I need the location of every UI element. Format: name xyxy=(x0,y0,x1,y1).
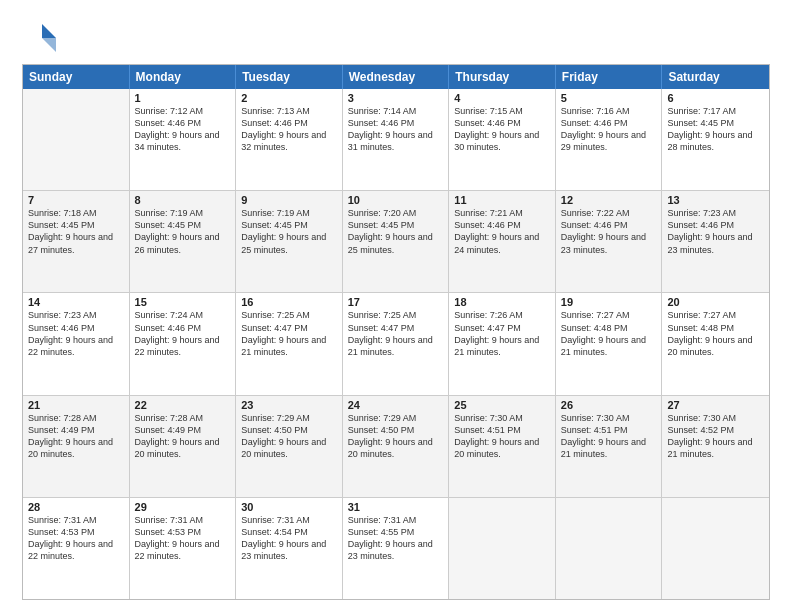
calendar-cell: 16Sunrise: 7:25 AM Sunset: 4:47 PM Dayli… xyxy=(236,293,343,394)
day-number: 25 xyxy=(454,399,550,411)
header-day-sunday: Sunday xyxy=(23,65,130,89)
day-number: 16 xyxy=(241,296,337,308)
header-day-monday: Monday xyxy=(130,65,237,89)
day-info: Sunrise: 7:28 AM Sunset: 4:49 PM Dayligh… xyxy=(28,412,124,461)
calendar-cell: 9Sunrise: 7:19 AM Sunset: 4:45 PM Daylig… xyxy=(236,191,343,292)
day-number: 3 xyxy=(348,92,444,104)
day-number: 28 xyxy=(28,501,124,513)
calendar-cell: 17Sunrise: 7:25 AM Sunset: 4:47 PM Dayli… xyxy=(343,293,450,394)
day-number: 23 xyxy=(241,399,337,411)
calendar-cell xyxy=(662,498,769,599)
day-number: 11 xyxy=(454,194,550,206)
calendar-cell: 11Sunrise: 7:21 AM Sunset: 4:46 PM Dayli… xyxy=(449,191,556,292)
calendar-cell: 19Sunrise: 7:27 AM Sunset: 4:48 PM Dayli… xyxy=(556,293,663,394)
calendar-cell: 27Sunrise: 7:30 AM Sunset: 4:52 PM Dayli… xyxy=(662,396,769,497)
calendar-cell: 3Sunrise: 7:14 AM Sunset: 4:46 PM Daylig… xyxy=(343,89,450,190)
calendar-cell: 29Sunrise: 7:31 AM Sunset: 4:53 PM Dayli… xyxy=(130,498,237,599)
day-info: Sunrise: 7:29 AM Sunset: 4:50 PM Dayligh… xyxy=(241,412,337,461)
calendar-cell: 21Sunrise: 7:28 AM Sunset: 4:49 PM Dayli… xyxy=(23,396,130,497)
day-number: 8 xyxy=(135,194,231,206)
day-number: 10 xyxy=(348,194,444,206)
day-info: Sunrise: 7:19 AM Sunset: 4:45 PM Dayligh… xyxy=(135,207,231,256)
calendar-cell: 2Sunrise: 7:13 AM Sunset: 4:46 PM Daylig… xyxy=(236,89,343,190)
calendar-cell: 10Sunrise: 7:20 AM Sunset: 4:45 PM Dayli… xyxy=(343,191,450,292)
header-day-saturday: Saturday xyxy=(662,65,769,89)
day-number: 4 xyxy=(454,92,550,104)
calendar-cell: 30Sunrise: 7:31 AM Sunset: 4:54 PM Dayli… xyxy=(236,498,343,599)
calendar-cell xyxy=(556,498,663,599)
day-info: Sunrise: 7:13 AM Sunset: 4:46 PM Dayligh… xyxy=(241,105,337,154)
calendar-cell: 12Sunrise: 7:22 AM Sunset: 4:46 PM Dayli… xyxy=(556,191,663,292)
day-number: 30 xyxy=(241,501,337,513)
day-info: Sunrise: 7:25 AM Sunset: 4:47 PM Dayligh… xyxy=(241,309,337,358)
day-number: 13 xyxy=(667,194,764,206)
day-number: 9 xyxy=(241,194,337,206)
day-info: Sunrise: 7:19 AM Sunset: 4:45 PM Dayligh… xyxy=(241,207,337,256)
day-info: Sunrise: 7:24 AM Sunset: 4:46 PM Dayligh… xyxy=(135,309,231,358)
day-number: 22 xyxy=(135,399,231,411)
calendar-cell: 24Sunrise: 7:29 AM Sunset: 4:50 PM Dayli… xyxy=(343,396,450,497)
calendar-row-3: 14Sunrise: 7:23 AM Sunset: 4:46 PM Dayli… xyxy=(23,292,769,394)
calendar-cell: 1Sunrise: 7:12 AM Sunset: 4:46 PM Daylig… xyxy=(130,89,237,190)
header-day-thursday: Thursday xyxy=(449,65,556,89)
day-info: Sunrise: 7:23 AM Sunset: 4:46 PM Dayligh… xyxy=(667,207,764,256)
calendar-row-5: 28Sunrise: 7:31 AM Sunset: 4:53 PM Dayli… xyxy=(23,497,769,599)
day-number: 27 xyxy=(667,399,764,411)
day-info: Sunrise: 7:30 AM Sunset: 4:52 PM Dayligh… xyxy=(667,412,764,461)
day-info: Sunrise: 7:20 AM Sunset: 4:45 PM Dayligh… xyxy=(348,207,444,256)
day-number: 21 xyxy=(28,399,124,411)
day-number: 17 xyxy=(348,296,444,308)
day-number: 15 xyxy=(135,296,231,308)
svg-marker-1 xyxy=(42,38,56,52)
day-info: Sunrise: 7:18 AM Sunset: 4:45 PM Dayligh… xyxy=(28,207,124,256)
day-number: 26 xyxy=(561,399,657,411)
day-number: 18 xyxy=(454,296,550,308)
calendar-cell: 18Sunrise: 7:26 AM Sunset: 4:47 PM Dayli… xyxy=(449,293,556,394)
day-info: Sunrise: 7:31 AM Sunset: 4:53 PM Dayligh… xyxy=(135,514,231,563)
day-number: 20 xyxy=(667,296,764,308)
calendar-row-2: 7Sunrise: 7:18 AM Sunset: 4:45 PM Daylig… xyxy=(23,190,769,292)
calendar: SundayMondayTuesdayWednesdayThursdayFrid… xyxy=(22,64,770,600)
calendar-cell: 5Sunrise: 7:16 AM Sunset: 4:46 PM Daylig… xyxy=(556,89,663,190)
day-info: Sunrise: 7:30 AM Sunset: 4:51 PM Dayligh… xyxy=(454,412,550,461)
day-number: 6 xyxy=(667,92,764,104)
day-info: Sunrise: 7:29 AM Sunset: 4:50 PM Dayligh… xyxy=(348,412,444,461)
day-info: Sunrise: 7:17 AM Sunset: 4:45 PM Dayligh… xyxy=(667,105,764,154)
header-day-friday: Friday xyxy=(556,65,663,89)
logo xyxy=(22,18,62,54)
header-day-wednesday: Wednesday xyxy=(343,65,450,89)
day-number: 31 xyxy=(348,501,444,513)
day-number: 12 xyxy=(561,194,657,206)
header-day-tuesday: Tuesday xyxy=(236,65,343,89)
day-info: Sunrise: 7:28 AM Sunset: 4:49 PM Dayligh… xyxy=(135,412,231,461)
day-info: Sunrise: 7:25 AM Sunset: 4:47 PM Dayligh… xyxy=(348,309,444,358)
day-number: 24 xyxy=(348,399,444,411)
day-info: Sunrise: 7:22 AM Sunset: 4:46 PM Dayligh… xyxy=(561,207,657,256)
calendar-cell: 22Sunrise: 7:28 AM Sunset: 4:49 PM Dayli… xyxy=(130,396,237,497)
header xyxy=(22,18,770,54)
calendar-header: SundayMondayTuesdayWednesdayThursdayFrid… xyxy=(23,65,769,89)
day-number: 1 xyxy=(135,92,231,104)
calendar-cell: 20Sunrise: 7:27 AM Sunset: 4:48 PM Dayli… xyxy=(662,293,769,394)
day-number: 7 xyxy=(28,194,124,206)
calendar-cell: 31Sunrise: 7:31 AM Sunset: 4:55 PM Dayli… xyxy=(343,498,450,599)
calendar-cell: 26Sunrise: 7:30 AM Sunset: 4:51 PM Dayli… xyxy=(556,396,663,497)
day-number: 14 xyxy=(28,296,124,308)
calendar-cell: 25Sunrise: 7:30 AM Sunset: 4:51 PM Dayli… xyxy=(449,396,556,497)
calendar-cell: 4Sunrise: 7:15 AM Sunset: 4:46 PM Daylig… xyxy=(449,89,556,190)
day-info: Sunrise: 7:23 AM Sunset: 4:46 PM Dayligh… xyxy=(28,309,124,358)
calendar-cell: 15Sunrise: 7:24 AM Sunset: 4:46 PM Dayli… xyxy=(130,293,237,394)
day-info: Sunrise: 7:30 AM Sunset: 4:51 PM Dayligh… xyxy=(561,412,657,461)
day-number: 19 xyxy=(561,296,657,308)
day-info: Sunrise: 7:31 AM Sunset: 4:53 PM Dayligh… xyxy=(28,514,124,563)
day-info: Sunrise: 7:21 AM Sunset: 4:46 PM Dayligh… xyxy=(454,207,550,256)
day-info: Sunrise: 7:27 AM Sunset: 4:48 PM Dayligh… xyxy=(561,309,657,358)
page: SundayMondayTuesdayWednesdayThursdayFrid… xyxy=(0,0,792,612)
calendar-row-1: 1Sunrise: 7:12 AM Sunset: 4:46 PM Daylig… xyxy=(23,89,769,190)
day-info: Sunrise: 7:26 AM Sunset: 4:47 PM Dayligh… xyxy=(454,309,550,358)
calendar-cell: 23Sunrise: 7:29 AM Sunset: 4:50 PM Dayli… xyxy=(236,396,343,497)
svg-marker-0 xyxy=(42,24,56,38)
calendar-cell: 6Sunrise: 7:17 AM Sunset: 4:45 PM Daylig… xyxy=(662,89,769,190)
day-info: Sunrise: 7:15 AM Sunset: 4:46 PM Dayligh… xyxy=(454,105,550,154)
calendar-cell: 13Sunrise: 7:23 AM Sunset: 4:46 PM Dayli… xyxy=(662,191,769,292)
